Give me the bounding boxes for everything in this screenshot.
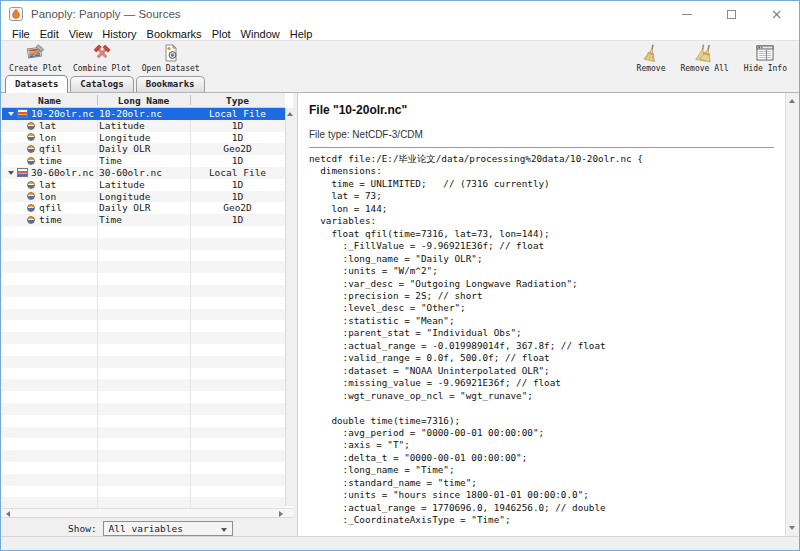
scroll-left-icon[interactable] <box>6 511 10 517</box>
table-horizontal-scrollbar[interactable] <box>2 508 293 518</box>
table-row[interactable]: latLatitude1D <box>2 120 285 132</box>
table-vertical-scrollbar[interactable] <box>285 108 293 506</box>
name-cell: lat <box>2 120 97 132</box>
toolbar-button-label: Create Plot <box>9 64 62 73</box>
column-header-name[interactable]: Name <box>2 93 97 108</box>
empty-row <box>2 356 285 368</box>
menu-item-history[interactable]: History <box>97 28 141 40</box>
broom-all-icon <box>694 43 716 63</box>
show-variables-dropdown[interactable]: All variables <box>103 521 233 536</box>
tab-catalogs[interactable]: Catalogs <box>70 76 133 92</box>
empty-row <box>2 474 285 486</box>
name-cell: time <box>2 155 97 167</box>
scroll-up-icon[interactable] <box>287 112 293 116</box>
remove-all-button[interactable]: Remove All <box>677 42 731 74</box>
combine-plot-button[interactable]: Combine Plot <box>70 42 134 74</box>
file-type: File type: NetCDF-3/CDM <box>309 129 774 140</box>
table-row[interactable]: 10-20olr.nc10-20olr.ncLocal File <box>2 108 285 120</box>
row-name: 30-60olr.nc <box>31 167 94 179</box>
row-long-name: Daily OLR <box>99 143 190 155</box>
scroll-down-icon[interactable] <box>789 526 795 530</box>
app-window: Panoply: Panoply — Sources × FileEditVie… <box>0 0 800 551</box>
table-row[interactable]: qfilDaily OLRGeo2D <box>2 202 285 214</box>
tab-datasets[interactable]: Datasets <box>5 75 68 93</box>
column-gridline <box>97 108 98 508</box>
menu-item-help[interactable]: Help <box>285 28 318 40</box>
open-dataset-button[interactable]: Open Dataset <box>139 42 203 74</box>
empty-row <box>2 320 285 332</box>
menu-item-window[interactable]: Window <box>236 28 285 40</box>
menu-item-file[interactable]: File <box>7 28 35 40</box>
variable-icon <box>27 192 35 200</box>
empty-row <box>2 238 285 250</box>
empty-row <box>2 226 285 238</box>
empty-row <box>2 403 285 415</box>
open-dataset-icon <box>161 43 181 63</box>
menu-item-edit[interactable]: Edit <box>35 28 64 40</box>
chevron-down-icon <box>221 528 227 532</box>
hide-info-button[interactable]: Hide Info <box>741 42 790 74</box>
empty-row <box>2 309 285 321</box>
show-label: Show: <box>68 523 97 534</box>
empty-row <box>2 368 285 380</box>
tab-bookmarks[interactable]: Bookmarks <box>136 76 205 92</box>
variable-icon <box>27 204 35 212</box>
table-row[interactable]: timeTime1D <box>2 214 285 226</box>
variable-icon <box>27 216 35 224</box>
table-row[interactable]: lonLongitude1D <box>2 132 285 144</box>
scroll-right-icon[interactable] <box>279 511 283 517</box>
remove-button[interactable]: Remove <box>634 42 669 74</box>
row-name: time <box>39 155 62 167</box>
toolbar-band: Create PlotCombine PlotOpen DatasetRemov… <box>1 41 799 93</box>
column-header-type[interactable]: Type <box>190 93 285 108</box>
close-button[interactable]: × <box>754 1 799 27</box>
table-row[interactable]: timeTime1D <box>2 155 285 167</box>
title-bar: Panoply: Panoply — Sources × <box>1 1 799 27</box>
row-name: time <box>39 214 62 226</box>
window-title: Panoply: Panoply — Sources <box>31 8 181 20</box>
datasets-panel: NameLong NameType 10-20olr.nc10-20olr.nc… <box>2 93 293 536</box>
toolbar-button-label: Remove <box>637 64 666 73</box>
table-row[interactable]: 30-60olr.nc30-60olr.ncLocal File <box>2 167 285 179</box>
tab-strip: DatasetsCatalogsBookmarks <box>5 75 207 92</box>
expand-triangle-icon[interactable] <box>8 171 14 175</box>
column-gridline <box>190 108 191 508</box>
empty-row <box>2 415 285 427</box>
expand-triangle-icon[interactable] <box>8 112 14 116</box>
info-panel: File "10-20olr.nc" File type: NetCDF-3/C… <box>297 93 798 536</box>
name-cell: lon <box>2 132 97 144</box>
file-title: File "10-20olr.nc" <box>309 103 774 117</box>
row-name: 10-20olr.nc <box>31 108 94 120</box>
toolbar-button-label: Hide Info <box>744 64 787 73</box>
menu-item-view[interactable]: View <box>64 28 98 40</box>
close-icon: × <box>771 7 783 21</box>
maximize-button[interactable] <box>709 1 754 27</box>
table-header: NameLong NameType <box>2 93 285 108</box>
empty-row <box>2 261 285 273</box>
create-plot-button[interactable]: Create Plot <box>6 42 65 74</box>
name-cell: time <box>2 214 97 226</box>
toolbar: Create PlotCombine PlotOpen DatasetRemov… <box>1 42 799 75</box>
menu-bar: FileEditViewHistoryBookmarksPlotWindowHe… <box>1 27 799 41</box>
divider-line <box>309 147 774 148</box>
empty-row <box>2 379 285 391</box>
table-row[interactable]: qfilDaily OLRGeo2D <box>2 143 285 155</box>
menu-item-bookmarks[interactable]: Bookmarks <box>142 28 207 40</box>
scroll-up-icon[interactable] <box>789 99 795 103</box>
row-name: qfil <box>39 202 62 214</box>
info-vertical-scrollbar[interactable] <box>785 93 798 536</box>
minimize-button[interactable] <box>664 1 709 27</box>
dataset-file-icon <box>17 109 28 118</box>
table-row[interactable]: lonLongitude1D <box>2 191 285 203</box>
menu-item-plot[interactable]: Plot <box>207 28 236 40</box>
name-cell: lat <box>2 179 97 191</box>
row-long-name: Time <box>99 214 190 226</box>
table-row[interactable]: latLatitude1D <box>2 179 285 191</box>
row-name: lon <box>39 191 56 203</box>
row-name: lat <box>39 179 56 191</box>
name-cell: lon <box>2 191 97 203</box>
row-type: 1D <box>190 120 285 132</box>
empty-row <box>2 332 285 344</box>
column-header-long-name[interactable]: Long Name <box>97 93 190 108</box>
info-header: File "10-20olr.nc" File type: NetCDF-3/C… <box>298 93 798 140</box>
